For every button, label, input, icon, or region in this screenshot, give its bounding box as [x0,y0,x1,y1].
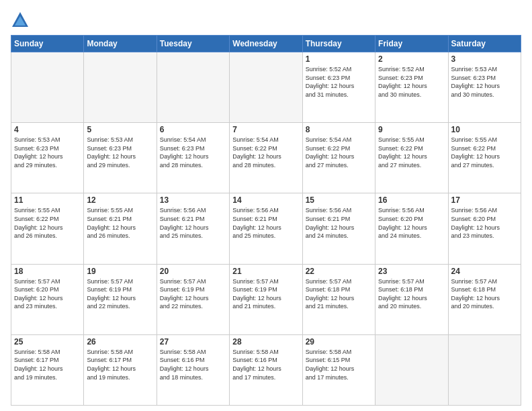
day-number: 21 [232,267,299,276]
calendar-cell: 2Sunrise: 5:52 AM Sunset: 6:23 PM Daylig… [375,52,448,123]
day-info: Sunrise: 5:57 AM Sunset: 6:18 PM Dayligh… [451,277,518,311]
day-number: 4 [14,125,81,134]
calendar-header-row: SundayMondayTuesdayWednesdayThursdayFrid… [11,36,521,52]
day-info: Sunrise: 5:55 AM Sunset: 6:21 PM Dayligh… [87,206,153,240]
calendar-week-3: 18Sunrise: 5:57 AM Sunset: 6:20 PM Dayli… [11,264,521,334]
day-info: Sunrise: 5:58 AM Sunset: 6:17 PM Dayligh… [87,348,153,381]
calendar-cell: 27Sunrise: 5:58 AM Sunset: 6:16 PM Dayli… [157,334,229,405]
day-info: Sunrise: 5:53 AM Sunset: 6:23 PM Dayligh… [14,136,81,169]
day-number: 8 [306,125,372,134]
calendar-cell: 6Sunrise: 5:54 AM Sunset: 6:23 PM Daylig… [157,123,229,193]
day-info: Sunrise: 5:52 AM Sunset: 6:23 PM Dayligh… [306,65,372,99]
day-info: Sunrise: 5:52 AM Sunset: 6:23 PM Dayligh… [378,65,445,99]
day-info: Sunrise: 5:58 AM Sunset: 6:16 PM Dayligh… [232,348,299,381]
calendar-cell: 26Sunrise: 5:58 AM Sunset: 6:17 PM Dayli… [84,334,157,405]
day-number: 18 [14,267,81,276]
calendar-cell: 14Sunrise: 5:56 AM Sunset: 6:21 PM Dayli… [230,193,302,264]
calendar-cell [375,334,448,405]
day-info: Sunrise: 5:54 AM Sunset: 6:22 PM Dayligh… [232,136,299,169]
calendar-cell: 11Sunrise: 5:55 AM Sunset: 6:22 PM Dayli… [11,193,84,264]
calendar-cell: 13Sunrise: 5:56 AM Sunset: 6:21 PM Dayli… [157,193,229,264]
calendar-week-2: 11Sunrise: 5:55 AM Sunset: 6:22 PM Dayli… [11,193,521,264]
day-number: 15 [306,195,372,205]
day-number: 25 [14,337,81,347]
calendar-cell: 25Sunrise: 5:58 AM Sunset: 6:17 PM Dayli… [11,334,84,405]
calendar-cell: 15Sunrise: 5:56 AM Sunset: 6:21 PM Dayli… [302,193,375,264]
calendar-cell [448,334,521,405]
calendar-table: SundayMondayTuesdayWednesdayThursdayFrid… [11,35,521,406]
day-info: Sunrise: 5:57 AM Sunset: 6:19 PM Dayligh… [160,277,226,311]
day-info: Sunrise: 5:55 AM Sunset: 6:22 PM Dayligh… [378,136,445,169]
day-info: Sunrise: 5:56 AM Sunset: 6:21 PM Dayligh… [232,206,299,240]
calendar-cell: 9Sunrise: 5:55 AM Sunset: 6:22 PM Daylig… [375,123,448,193]
calendar-cell: 1Sunrise: 5:52 AM Sunset: 6:23 PM Daylig… [302,52,375,123]
calendar-cell: 5Sunrise: 5:53 AM Sunset: 6:23 PM Daylig… [84,123,157,193]
calendar-cell [157,52,229,123]
day-info: Sunrise: 5:57 AM Sunset: 6:19 PM Dayligh… [232,277,299,311]
day-number: 23 [378,267,445,276]
day-number: 26 [87,337,153,347]
day-info: Sunrise: 5:56 AM Sunset: 6:21 PM Dayligh… [160,206,226,240]
calendar-cell: 12Sunrise: 5:55 AM Sunset: 6:21 PM Dayli… [84,193,157,264]
calendar-cell [230,52,302,123]
day-header-saturday: Saturday [448,36,521,52]
calendar-cell: 21Sunrise: 5:57 AM Sunset: 6:19 PM Dayli… [230,264,302,334]
calendar-cell: 8Sunrise: 5:54 AM Sunset: 6:22 PM Daylig… [302,123,375,193]
day-info: Sunrise: 5:55 AM Sunset: 6:22 PM Dayligh… [14,206,81,240]
day-number: 3 [451,54,518,64]
day-info: Sunrise: 5:53 AM Sunset: 6:23 PM Dayligh… [87,136,153,169]
day-info: Sunrise: 5:56 AM Sunset: 6:20 PM Dayligh… [451,206,518,240]
day-header-wednesday: Wednesday [230,36,302,52]
day-number: 29 [306,337,372,347]
calendar-week-0: 1Sunrise: 5:52 AM Sunset: 6:23 PM Daylig… [11,52,521,123]
day-info: Sunrise: 5:57 AM Sunset: 6:18 PM Dayligh… [378,277,445,311]
calendar-cell: 18Sunrise: 5:57 AM Sunset: 6:20 PM Dayli… [11,264,84,334]
day-header-thursday: Thursday [302,36,375,52]
day-info: Sunrise: 5:57 AM Sunset: 6:20 PM Dayligh… [14,277,81,311]
day-info: Sunrise: 5:54 AM Sunset: 6:22 PM Dayligh… [306,136,372,169]
calendar-cell: 24Sunrise: 5:57 AM Sunset: 6:18 PM Dayli… [448,264,521,334]
day-header-sunday: Sunday [11,36,84,52]
day-number: 6 [160,125,226,134]
calendar-cell: 23Sunrise: 5:57 AM Sunset: 6:18 PM Dayli… [375,264,448,334]
day-number: 12 [87,195,153,205]
day-number: 14 [232,195,299,205]
calendar-cell [11,52,84,123]
calendar-cell: 10Sunrise: 5:55 AM Sunset: 6:22 PM Dayli… [448,123,521,193]
day-number: 5 [87,125,153,134]
day-number: 1 [306,54,372,64]
day-number: 9 [378,125,445,134]
calendar-cell [84,52,157,123]
day-info: Sunrise: 5:55 AM Sunset: 6:22 PM Dayligh… [451,136,518,169]
day-number: 22 [306,267,372,276]
calendar-cell: 3Sunrise: 5:53 AM Sunset: 6:23 PM Daylig… [448,52,521,123]
calendar-cell: 22Sunrise: 5:57 AM Sunset: 6:18 PM Dayli… [302,264,375,334]
day-info: Sunrise: 5:53 AM Sunset: 6:23 PM Dayligh… [451,65,518,99]
day-number: 17 [451,195,518,205]
calendar-week-1: 4Sunrise: 5:53 AM Sunset: 6:23 PM Daylig… [11,123,521,193]
calendar-cell: 19Sunrise: 5:57 AM Sunset: 6:19 PM Dayli… [84,264,157,334]
day-info: Sunrise: 5:57 AM Sunset: 6:18 PM Dayligh… [306,277,372,311]
day-number: 27 [160,337,226,347]
day-number: 20 [160,267,226,276]
calendar-cell: 29Sunrise: 5:58 AM Sunset: 6:15 PM Dayli… [302,334,375,405]
calendar-cell: 16Sunrise: 5:56 AM Sunset: 6:20 PM Dayli… [375,193,448,264]
day-number: 16 [378,195,445,205]
day-number: 2 [378,54,445,64]
calendar-cell: 20Sunrise: 5:57 AM Sunset: 6:19 PM Dayli… [157,264,229,334]
day-info: Sunrise: 5:58 AM Sunset: 6:16 PM Dayligh… [160,348,226,381]
day-number: 19 [87,267,153,276]
calendar-cell: 28Sunrise: 5:58 AM Sunset: 6:16 PM Dayli… [230,334,302,405]
day-info: Sunrise: 5:58 AM Sunset: 6:17 PM Dayligh… [14,348,81,381]
calendar-week-4: 25Sunrise: 5:58 AM Sunset: 6:17 PM Dayli… [11,334,521,405]
day-number: 10 [451,125,518,134]
day-info: Sunrise: 5:58 AM Sunset: 6:15 PM Dayligh… [306,348,372,381]
day-number: 13 [160,195,226,205]
day-number: 11 [14,195,81,205]
day-number: 24 [451,267,518,276]
day-info: Sunrise: 5:57 AM Sunset: 6:19 PM Dayligh… [87,277,153,311]
calendar-cell: 7Sunrise: 5:54 AM Sunset: 6:22 PM Daylig… [230,123,302,193]
day-number: 7 [232,125,299,134]
day-header-tuesday: Tuesday [157,36,229,52]
calendar-cell: 17Sunrise: 5:56 AM Sunset: 6:20 PM Dayli… [448,193,521,264]
